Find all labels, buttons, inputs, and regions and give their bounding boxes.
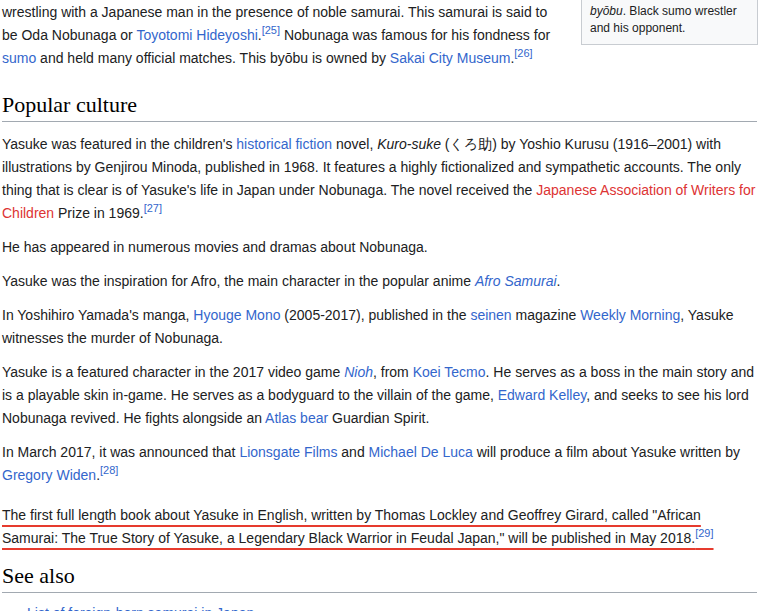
wiki-link[interactable]: Afro Samurai — [475, 273, 557, 289]
wiki-link[interactable]: Gregory Widen — [2, 467, 96, 483]
popular-culture-heading: Popular culture — [2, 92, 757, 122]
text-run: magazine — [512, 307, 580, 323]
paragraph: Yasuke was featured in the children's hi… — [2, 133, 757, 225]
text-run: Prize in 1969. — [54, 205, 144, 221]
text-run: (2005-2017), published in the — [280, 307, 470, 323]
wiki-link[interactable]: Nioh — [344, 364, 373, 380]
text-run: He has appeared in numerous movies and d… — [2, 239, 428, 255]
annotated-paragraph: The first full length book about Yasuke … — [2, 504, 757, 550]
article-page: byōbu. Black sumo wrestler and his oppon… — [0, 0, 768, 611]
paragraph: In March 2017, it was announced that Lio… — [2, 441, 757, 487]
wiki-link[interactable]: Hyouge Mono — [193, 307, 280, 323]
wiki-link[interactable]: Sakai City Museum — [390, 50, 511, 66]
paragraph: In Yoshihiro Yamada's manga, Hyouge Mono… — [2, 304, 757, 350]
italic-text: byōbu — [590, 4, 623, 18]
wiki-link[interactable]: sumo — [2, 50, 36, 66]
wiki-link[interactable]: Toyotomi Hideyoshi — [136, 27, 257, 43]
text-run: Yasuke was the inspiration for Afro, the… — [2, 273, 475, 289]
reference-marker: [27] — [144, 202, 162, 214]
reference-link[interactable]: [29] — [695, 527, 713, 539]
see-also-list: List of foreign-born samurai in Japan — [2, 602, 757, 611]
reference-marker: [26] — [514, 47, 532, 59]
reference-link[interactable]: [28] — [100, 464, 118, 476]
wiki-link[interactable]: Koei Tecmo — [413, 364, 486, 380]
text-run: Nobunaga was famous for his fondness for — [280, 27, 550, 43]
reference-marker: [28] — [100, 464, 118, 476]
reference-link[interactable]: [27] — [144, 202, 162, 214]
reference-link[interactable]: [25] — [262, 24, 280, 36]
text-run: In Yoshihiro Yamada's manga, — [2, 307, 193, 323]
text-run: Guardian Spirit. — [328, 410, 429, 426]
image-caption: byōbu. Black sumo wrestler and his oppon… — [581, 0, 758, 45]
wiki-link[interactable]: seinen — [470, 307, 511, 323]
text-run: novel, — [332, 136, 377, 152]
wiki-link[interactable]: Weekly Morning — [580, 307, 680, 323]
see-also-heading: See also — [2, 563, 757, 593]
wiki-link[interactable]: Atlas bear — [265, 410, 328, 426]
text-run: In March 2017, it was announced that — [2, 444, 239, 460]
text-run: , from — [373, 364, 413, 380]
text-run: and — [337, 444, 368, 460]
reference-marker: [25] — [262, 24, 280, 36]
wiki-link[interactable]: Michael De Luca — [369, 444, 473, 460]
wiki-link[interactable]: Edward Kelley — [498, 387, 586, 403]
italic-text: Kuro-suke — [377, 136, 441, 152]
wiki-link[interactable]: historical fiction — [236, 136, 332, 152]
text-run: Yasuke was featured in the children's — [2, 136, 236, 152]
text-run: . — [557, 273, 561, 289]
lead-paragraph: wrestling with a Japanese man in the pre… — [2, 1, 561, 70]
list-item: List of foreign-born samurai in Japan — [27, 602, 757, 611]
text-run: will produce a film about Yasuke written… — [473, 444, 740, 460]
text-run: Yasuke is a featured character in the 20… — [2, 364, 344, 380]
text-run: and held many official matches. This byō… — [36, 50, 390, 66]
reference-marker: [29] — [695, 527, 713, 539]
see-also-link[interactable]: List of foreign-born samurai in Japan — [27, 605, 254, 611]
paragraph: He has appeared in numerous movies and d… — [2, 236, 757, 259]
wiki-link[interactable]: Lionsgate Films — [239, 444, 337, 460]
paragraph: Yasuke is a featured character in the 20… — [2, 361, 757, 430]
text-run: The first full length book about Yasuke … — [2, 507, 701, 546]
paragraph: Yasuke was the inspiration for Afro, the… — [2, 270, 757, 293]
reference-link[interactable]: [26] — [514, 47, 532, 59]
